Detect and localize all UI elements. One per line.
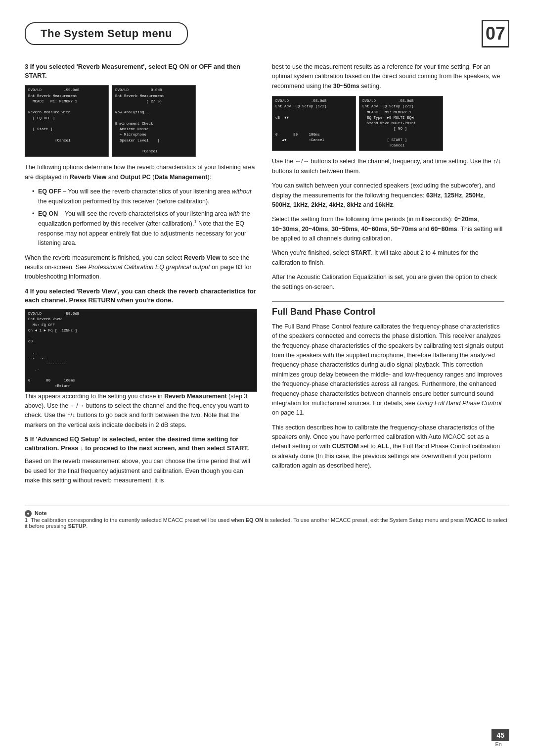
page-number: 45 — [491, 729, 509, 741]
eq-off-label: EQ OFF — [38, 188, 61, 195]
eq-off-item: EQ OFF – You will see the reverb charact… — [32, 187, 257, 206]
adv-eq-screens: DVD/LD -55.0dB Ent Adv. EQ Setup (1/2) d… — [272, 96, 504, 151]
freq-16k: 16kHz — [375, 201, 393, 208]
full-band-para1: The Full Band Phase Control feature cali… — [272, 322, 504, 418]
page-title: The System Setup menu — [25, 22, 188, 45]
eq-on-note-ref: EQ ON — [246, 517, 263, 523]
time-10-30: 10~30ms — [272, 226, 298, 233]
step3-para2: When the reverb measurement is finished,… — [25, 253, 257, 282]
screen-adv-eq-1: DVD/LD -55.0dB Ent Adv. EQ Setup (1/2) d… — [272, 96, 356, 151]
right-para2: You can switch between your connected sp… — [272, 181, 504, 210]
full-band-para2: This section describes how to calibrate … — [272, 423, 504, 471]
freq-500: 500Hz — [272, 201, 290, 208]
time-0-20: 0~20ms — [454, 216, 477, 223]
data-mgmt-label: Data Management — [154, 174, 207, 181]
step4-heading: 4 If you selected 'Reverb View', you can… — [25, 287, 257, 305]
screen-reverb-view: DVD/LD -55.0dB Ent Reverb View M1: EQ OF… — [25, 309, 257, 392]
freq-63: 63Hz — [426, 192, 441, 199]
step5-para-continue: best to use the measurement results as a… — [272, 62, 504, 91]
step4-para: This appears according to the setting yo… — [25, 392, 257, 430]
time-50-70: 50~70ms — [391, 226, 417, 233]
right-column: best to use the measurement results as a… — [272, 62, 504, 491]
right-para5: After the Acoustic Calibration Equalizat… — [272, 273, 504, 292]
page-container: The System Setup menu 07 3 If you select… — [0, 0, 534, 756]
section-divider — [272, 301, 504, 302]
reverb-measurement-ref: Reverb Measurement — [164, 393, 226, 400]
header-bar: The System Setup menu 07 — [25, 20, 509, 47]
time-20-40: 20~40ms — [302, 226, 328, 233]
note-icon: ● — [25, 510, 32, 517]
reverb-view-label: Reverb View — [70, 174, 106, 181]
freq-8k: 8kHz — [347, 201, 361, 208]
reverb-view-ref: Reverb View — [184, 254, 221, 261]
time-30-50: 30~50ms — [331, 226, 357, 233]
mcacc-note-ref: MCACC — [465, 517, 486, 523]
note-label: Note — [35, 510, 46, 516]
screen-now-analyzing: DVD/LD 0.0dB Ent Reverb Measurement ( 2/… — [112, 85, 196, 157]
full-band-ref: Using Full Band Phase Control — [417, 400, 501, 407]
right-para4: When you're finished, select START. It w… — [272, 248, 504, 268]
time-60-80: 60~80ms — [431, 226, 457, 233]
eq-on-item: EQ ON – You will see the reverb characte… — [32, 209, 257, 248]
freq-1k: 1kHz — [293, 201, 308, 208]
freq-250: 250Hz — [465, 192, 483, 199]
eq-on-label: EQ ON — [38, 210, 58, 217]
start-ref: START — [351, 249, 371, 256]
language-label: En — [495, 741, 502, 747]
all-ref: ALL — [377, 443, 389, 450]
chapter-number: 07 — [482, 20, 509, 47]
screen-reverb-measure: DVD/LD -55.0dB Ent Reverb Measurement MC… — [25, 85, 109, 157]
freq-4k: 4kHz — [329, 201, 343, 208]
output-pc-label: Output PC — [120, 174, 151, 181]
right-para3: Select the setting from the following ti… — [272, 215, 504, 243]
right-para1: Use the ←/→ buttons to select the channe… — [272, 157, 504, 176]
setup-note-ref: SETUP — [68, 523, 86, 529]
freq-125: 125Hz — [444, 192, 462, 199]
full-band-title: Full Band Phase Control — [272, 307, 504, 317]
time-setting-rec: 30~50ms — [333, 83, 359, 90]
step3-para1: The following options determine how the … — [25, 163, 257, 182]
eq-on-with: with — [229, 210, 240, 217]
main-content: 3 If you selected 'Reverb Measurement', … — [25, 62, 509, 491]
pro-cal-ref: Professional Calibration EQ graphical ou… — [89, 264, 210, 271]
step5-heading: 5 If 'Advanced EQ Setup' is selected, en… — [25, 435, 257, 453]
step4-screen-container: DVD/LD -55.0dB Ent Reverb View M1: EQ OF… — [25, 309, 257, 392]
freq-2k: 2kHz — [311, 201, 325, 208]
step3-screens: DVD/LD -55.0dB Ent Reverb Measurement MC… — [25, 85, 257, 157]
eq-options-list: EQ OFF – You will see the reverb charact… — [32, 187, 257, 248]
time-40-60: 40~60ms — [361, 226, 387, 233]
note-section: ● Note 1 The calibration corresponding t… — [25, 506, 509, 529]
eq-off-without: without — [232, 188, 252, 195]
note-text: 1 The calibration corresponding to the c… — [25, 517, 507, 529]
step3-heading: 3 If you selected 'Reverb Measurement', … — [25, 62, 257, 80]
screen-adv-eq-2: DVD/LD -55.0dB Ent Adv. EQ Setup (2/2) M… — [359, 96, 443, 151]
step5-para: Based on the reverb measurement above, y… — [25, 457, 257, 485]
left-column: 3 If you selected 'Reverb Measurement', … — [25, 62, 257, 491]
custom-ref: CUSTOM — [332, 443, 359, 450]
